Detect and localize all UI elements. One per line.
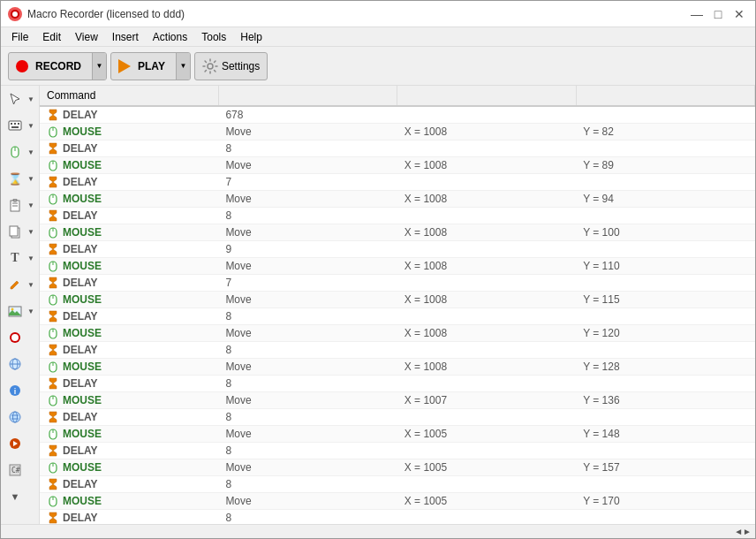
sidebar-item-record[interactable] — [1, 324, 40, 351]
sidebar-item-globe2[interactable] — [1, 404, 40, 430]
table-row[interactable]: DELAY8 — [40, 208, 755, 224]
cmd-col-3 — [397, 275, 576, 292]
cmd-cell: DELAY — [40, 106, 218, 124]
sidebar-dropdown-delay: ▼ — [27, 175, 34, 183]
table-row[interactable]: MOUSEMoveX = 1008Y = 89 — [40, 157, 755, 174]
sidebar-item-info[interactable]: i — [1, 377, 40, 404]
table-row[interactable]: DELAY8 — [40, 308, 755, 325]
table-row[interactable]: MOUSEMoveX = 1005Y = 148 — [40, 426, 755, 443]
cmd-cell: MOUSE — [40, 224, 218, 241]
cmd-col-2: 8 — [218, 409, 397, 426]
table-row[interactable]: MOUSEMoveX = 1008Y = 100 — [40, 224, 755, 241]
sidebar-item-globe[interactable] — [1, 351, 40, 377]
play-dropdown[interactable]: ▼ — [176, 53, 190, 80]
sidebar-item-clipboard[interactable]: ▼ — [1, 192, 40, 218]
table-row[interactable]: DELAY8 — [40, 342, 755, 359]
table-row[interactable]: DELAY9 — [40, 241, 755, 258]
settings-button[interactable]: Settings — [194, 52, 268, 80]
table-row[interactable]: DELAY8 — [40, 510, 755, 525]
table-row[interactable]: DELAY8 — [40, 443, 755, 459]
record-main[interactable]: RECORD — [9, 53, 92, 80]
title-bar: Macro Recorder (licensed to ddd) — □ ✕ — [1, 1, 755, 27]
record-button[interactable]: RECORD ▼ — [8, 52, 107, 80]
svg-rect-5 — [14, 123, 16, 125]
sidebar-item-pencil[interactable]: ▼ — [1, 271, 40, 298]
hourglass-icon — [47, 243, 59, 255]
cmd-col-4: Y = 94 — [576, 191, 754, 208]
cmd-col-4 — [576, 510, 754, 525]
cmd-col-3 — [397, 476, 576, 493]
menu-view[interactable]: View — [68, 29, 105, 45]
table-row[interactable]: MOUSEMoveX = 1008Y = 94 — [40, 191, 755, 208]
scroll-arrow-left[interactable]: ◄ — [734, 527, 743, 536]
delay-label: DELAY — [63, 209, 98, 222]
sidebar-item-delay[interactable]: ⌛ ▼ — [1, 165, 40, 192]
cmd-col-4 — [576, 241, 754, 258]
sidebar-item-play[interactable] — [1, 430, 40, 457]
table-row[interactable]: MOUSEMoveX = 1008Y = 110 — [40, 258, 755, 275]
table-row[interactable]: MOUSEMoveX = 1008Y = 82 — [40, 124, 755, 140]
commands-list: Command DELAY678MOUSEMoveX = 1008Y = 82D… — [40, 86, 755, 524]
command-table[interactable]: Command DELAY678MOUSEMoveX = 1008Y = 82D… — [40, 86, 755, 524]
minimize-button[interactable]: — — [688, 5, 706, 23]
cmd-col-4 — [576, 376, 754, 392]
svg-rect-7 — [11, 126, 19, 128]
cmd-col-4 — [576, 476, 754, 493]
sidebar-item-image[interactable]: ▼ — [1, 298, 40, 324]
cmd-cell: DELAY — [40, 376, 218, 392]
globe2-icon — [6, 408, 24, 426]
table-row[interactable]: DELAY8 — [40, 476, 755, 493]
mouse-label: MOUSE — [63, 327, 102, 339]
play-main[interactable]: PLAY — [111, 53, 176, 80]
maximize-button[interactable]: □ — [709, 5, 727, 23]
window-title: Macro Recorder (licensed to ddd) — [27, 8, 185, 20]
sidebar-dropdown-keyboard: ▼ — [27, 122, 34, 130]
table-row[interactable]: MOUSEMoveX = 1005Y = 157 — [40, 459, 755, 476]
clipboard-icon — [6, 196, 24, 214]
sidebar-item-cursor[interactable]: ▼ — [1, 86, 40, 112]
menu-tools[interactable]: Tools — [194, 29, 233, 45]
table-row[interactable]: MOUSEMoveX = 1007Y = 136 — [40, 392, 755, 409]
sidebar-item-text[interactable]: T ▼ — [1, 245, 40, 271]
delay-label: DELAY — [63, 176, 98, 188]
table-row[interactable]: DELAY8 — [40, 376, 755, 392]
cmd-col-3 — [397, 510, 576, 525]
cmd-col-3 — [397, 376, 576, 392]
table-row[interactable]: MOUSEMoveX = 1008Y = 120 — [40, 325, 755, 342]
table-row[interactable]: MOUSEMoveX = 1008Y = 115 — [40, 292, 755, 308]
table-row[interactable]: DELAY8 — [40, 409, 755, 426]
menu-insert[interactable]: Insert — [105, 29, 146, 45]
record-dropdown[interactable]: ▼ — [92, 53, 106, 80]
play-button[interactable]: PLAY ▼ — [110, 52, 191, 80]
table-row[interactable]: DELAY678 — [40, 106, 755, 124]
sidebar: ▼ ▼ ▼ ⌛ ▼ — [1, 86, 40, 524]
mouse-cmd-icon — [47, 361, 59, 373]
hourglass-icon — [47, 209, 59, 222]
menu-edit[interactable]: Edit — [35, 29, 68, 45]
cmd-col-4 — [576, 443, 754, 459]
table-row[interactable]: MOUSEMoveX = 1005Y = 170 — [40, 493, 755, 510]
table-row[interactable]: DELAY7 — [40, 275, 755, 292]
menu-file[interactable]: File — [4, 29, 35, 45]
close-button[interactable]: ✕ — [730, 5, 748, 23]
table-row[interactable]: DELAY8 — [40, 140, 755, 157]
sidebar-dropdown-cursor: ▼ — [27, 95, 34, 103]
cmd-col-3: X = 1008 — [397, 359, 576, 376]
sidebar-scroll-down[interactable]: ▼ — [1, 483, 40, 510]
play-label: PLAY — [138, 60, 165, 72]
cmd-cell: DELAY — [40, 476, 218, 493]
table-row[interactable]: DELAY7 — [40, 174, 755, 191]
globe-icon — [6, 355, 24, 373]
menu-help[interactable]: Help — [233, 29, 269, 45]
cmd-col-3: X = 1005 — [397, 426, 576, 443]
table-row[interactable]: MOUSEMoveX = 1008Y = 128 — [40, 359, 755, 376]
cmd-col-2: 9 — [218, 241, 397, 258]
menu-actions[interactable]: Actions — [146, 29, 194, 45]
mouse-label: MOUSE — [63, 394, 102, 406]
scroll-arrow-right[interactable]: ► — [743, 527, 752, 536]
sidebar-item-copy[interactable]: ▼ — [1, 218, 40, 245]
sidebar-item-keyboard[interactable]: ▼ — [1, 112, 40, 139]
sidebar-item-mouse[interactable]: ▼ — [1, 139, 40, 165]
cmd-col-3: X = 1008 — [397, 224, 576, 241]
sidebar-item-csharp[interactable]: C# — [1, 457, 40, 483]
